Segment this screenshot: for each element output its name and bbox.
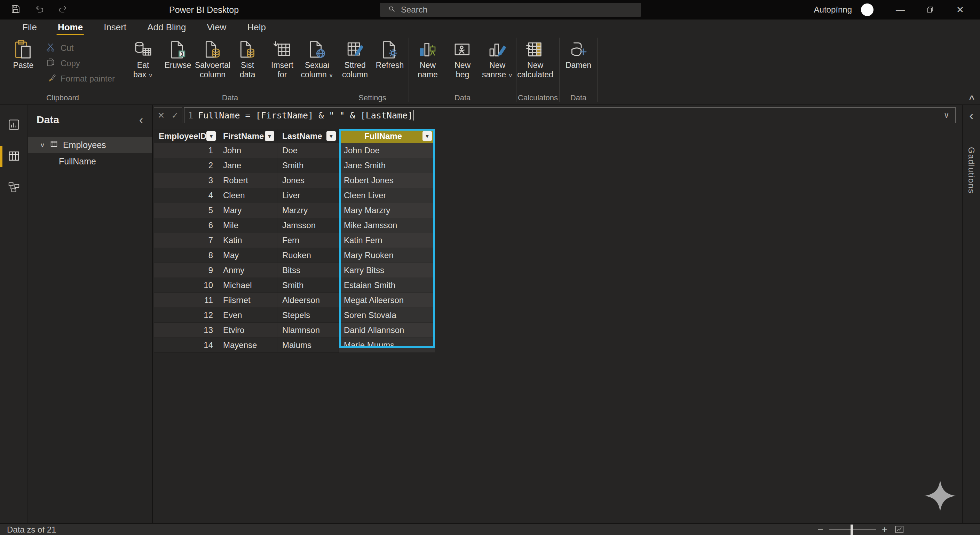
cell-fullname[interactable]: Cleen Liver	[339, 188, 435, 203]
cell-fullname[interactable]: Katin Fern	[339, 233, 435, 248]
cell-firstname[interactable]: Michael	[218, 278, 277, 293]
new-sanrse-button[interactable]: New sanrse ∨	[480, 38, 515, 80]
cell-fullname[interactable]: Mike Jamsson	[339, 218, 435, 233]
menu-help[interactable]: Help	[237, 19, 276, 35]
refresh-button[interactable]: Refresh	[372, 38, 407, 70]
cell-employeeid[interactable]: 1	[154, 143, 218, 158]
cell-lastname[interactable]: Nlamnson	[277, 323, 339, 338]
cell-firstname[interactable]: Even	[218, 308, 277, 323]
cell-firstname[interactable]: Robert	[218, 173, 277, 188]
cell-lastname[interactable]: Jones	[277, 173, 339, 188]
cell-fullname[interactable]: Jane Smith	[339, 158, 435, 173]
cell-firstname[interactable]: Katin	[218, 233, 277, 248]
cell-firstname[interactable]: May	[218, 248, 277, 263]
collapse-pane-icon[interactable]: ‹	[139, 113, 143, 126]
minimize-button[interactable]: —	[885, 0, 915, 19]
cell-fullname[interactable]: Danid Allannson	[339, 323, 435, 338]
undo-icon[interactable]	[34, 4, 45, 16]
menu-file[interactable]: File	[12, 19, 47, 35]
menu-insert[interactable]: Insert	[93, 19, 137, 35]
expand-right-pane-icon[interactable]: ‹	[969, 109, 973, 125]
rail-report-view[interactable]	[0, 114, 27, 137]
cell-employeeid[interactable]: 7	[154, 233, 218, 248]
rail-model-view[interactable]	[0, 177, 27, 199]
cell-lastname[interactable]: Maiums	[277, 338, 339, 353]
cell-employeeid[interactable]: 12	[154, 308, 218, 323]
cell-employeeid[interactable]: 14	[154, 338, 218, 353]
avatar[interactable]	[861, 3, 873, 16]
close-button[interactable]: ✕	[945, 0, 975, 19]
column-header-fullname[interactable]: FullName▾	[339, 129, 435, 143]
cell-lastname[interactable]: Smith	[277, 278, 339, 293]
cell-lastname[interactable]: Liver	[277, 188, 339, 203]
tree-item-employees[interactable]: ∨Employees	[28, 137, 152, 153]
cut-button[interactable]: Cut	[46, 42, 115, 54]
sist-data-button[interactable]: Sist data	[230, 38, 265, 80]
cell-lastname[interactable]: Fern	[277, 233, 339, 248]
fit-to-page-icon[interactable]	[895, 525, 904, 534]
column-filter-icon[interactable]: ▾	[326, 131, 336, 141]
cell-fullname[interactable]: Megat Aileerson	[339, 293, 435, 308]
commit-formula-button[interactable]: ✓	[168, 110, 182, 120]
formula-input[interactable]: 1 FullName = [FirstName] & " " & [LastNa…	[184, 107, 956, 123]
cell-lastname[interactable]: Ruoken	[277, 248, 339, 263]
collapse-ribbon-icon[interactable]: ^	[969, 94, 974, 104]
cell-employeeid[interactable]: 6	[154, 218, 218, 233]
column-header-firstname[interactable]: FirstName▾	[218, 129, 277, 143]
zoom-slider-thumb[interactable]	[851, 525, 853, 535]
eat-bax-button[interactable]: Eat bax ∨	[126, 38, 161, 80]
cell-lastname[interactable]: Bitss	[277, 263, 339, 278]
copy-button[interactable]: Copy	[46, 57, 115, 70]
cell-lastname[interactable]: Doe	[277, 143, 339, 158]
salvoertal-column-button[interactable]: Salvoertal column	[195, 38, 230, 80]
cell-fullname[interactable]: Karry Bitss	[339, 263, 435, 278]
cell-employeeid[interactable]: 5	[154, 203, 218, 218]
cell-firstname[interactable]: Mary	[218, 203, 277, 218]
cell-firstname[interactable]: Cleen	[218, 188, 277, 203]
column-filter-icon[interactable]: ▾	[423, 131, 432, 141]
cell-fullname[interactable]: Soren Stovala	[339, 308, 435, 323]
cell-lastname[interactable]: Stepels	[277, 308, 339, 323]
cell-employeeid[interactable]: 8	[154, 248, 218, 263]
cell-employeeid[interactable]: 11	[154, 293, 218, 308]
cell-fullname[interactable]: Robert Jones	[339, 173, 435, 188]
column-filter-icon[interactable]: ▾	[265, 131, 274, 141]
cell-lastname[interactable]: Marzry	[277, 203, 339, 218]
cell-fullname[interactable]: Mary Marzry	[339, 203, 435, 218]
imsert-for-button[interactable]: Imsert for	[265, 38, 300, 80]
rail-data-view[interactable]	[0, 145, 27, 168]
save-icon[interactable]	[10, 4, 21, 16]
expand-chevron-icon[interactable]: ∨	[40, 141, 45, 149]
new-name-button[interactable]: New name	[410, 38, 445, 80]
zoom-in-icon[interactable]: +	[882, 524, 888, 535]
cell-fullname[interactable]: Estaian Smith	[339, 278, 435, 293]
cell-employeeid[interactable]: 10	[154, 278, 218, 293]
new-calculated-button[interactable]: New calculated	[518, 38, 553, 80]
search-input[interactable]: Search	[380, 3, 641, 17]
cell-lastname[interactable]: Jamsson	[277, 218, 339, 233]
column-filter-icon[interactable]: ▾	[206, 131, 216, 141]
cell-employeeid[interactable]: 2	[154, 158, 218, 173]
paste-button[interactable]: Paste	[3, 38, 44, 70]
sexuai-column-button[interactable]: Sexuai column ∨	[300, 38, 334, 80]
format-painter-button[interactable]: Format painter	[46, 72, 115, 85]
cell-fullname[interactable]: Mary Ruoken	[339, 248, 435, 263]
cell-employeeid[interactable]: 3	[154, 173, 218, 188]
cell-fullname[interactable]: Marie Muums	[339, 338, 435, 353]
cancel-formula-button[interactable]: ✕	[154, 110, 168, 120]
new-beg-button[interactable]: New beg	[445, 38, 480, 80]
cell-employeeid[interactable]: 4	[154, 188, 218, 203]
restore-button[interactable]	[915, 0, 945, 19]
column-header-lastname[interactable]: LastName▾	[277, 129, 339, 143]
redo-icon[interactable]	[58, 4, 68, 16]
menu-home[interactable]: Home	[47, 19, 93, 35]
menu-add-bling[interactable]: Add Bling	[137, 19, 196, 35]
cell-firstname[interactable]: Mile	[218, 218, 277, 233]
cell-fullname[interactable]: John Doe	[339, 143, 435, 158]
zoom-slider[interactable]	[829, 529, 876, 530]
cell-lastname[interactable]: Smith	[277, 158, 339, 173]
damen-button[interactable]: Damen	[561, 38, 596, 70]
cell-employeeid[interactable]: 13	[154, 323, 218, 338]
right-pane-label[interactable]: Gadlutions	[966, 147, 976, 194]
tree-field-fullname[interactable]: FullName	[28, 153, 152, 169]
